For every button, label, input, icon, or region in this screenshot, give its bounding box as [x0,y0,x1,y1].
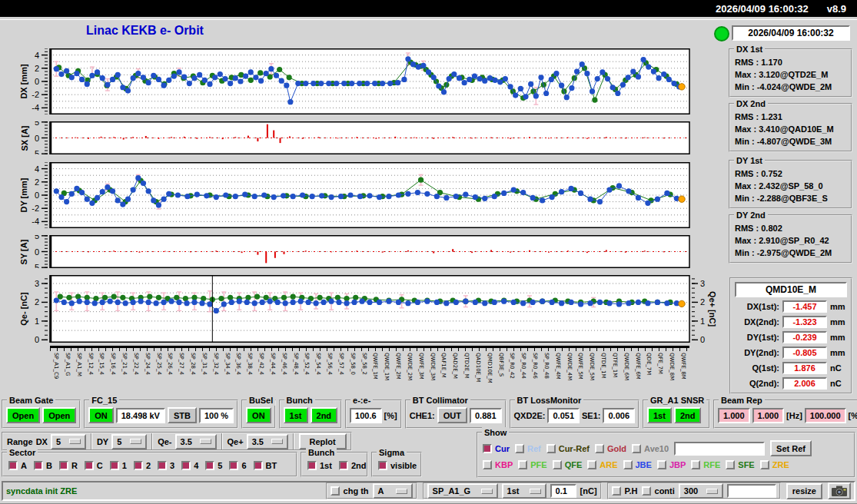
gr-a1-2nd-button[interactable]: 2nd [674,407,702,423]
show-item-jbp-checkbox[interactable] [657,460,666,469]
show-item-ave10-checkbox[interactable] [632,444,641,453]
show-item-are-checkbox[interactable] [587,460,596,469]
show-item-zre-checkbox[interactable] [760,460,769,469]
plot-DX[interactable]: 420-2-4 [31,48,707,114]
sector-item-checkbox[interactable] [158,461,167,470]
plot-SY[interactable]: 50-5 [31,235,707,268]
sector-item-checkbox[interactable] [85,461,94,470]
sector-item-checkbox[interactable] [205,461,214,470]
sector-item-checkbox[interactable] [254,461,263,470]
show-item-pfe-checkbox[interactable] [518,460,527,469]
sector-item-checkbox[interactable] [110,461,119,470]
monitor-row: Q(1st):1.876nC [735,361,847,375]
plot-SX[interactable]: 50-5 [31,121,707,154]
show-item-ref-checkbox[interactable] [515,444,524,453]
resize-button[interactable]: resize [786,483,822,499]
range-dy-select[interactable]: 5 [111,434,147,449]
monitor-device-name: QMD10E_M [735,282,847,297]
status-bunch-select[interactable]: 1st [502,483,546,499]
monitor-row: Q(2nd):2.006nC [735,376,847,390]
show-row-1: CurRefCur-RefGoldAve10Set Ref [478,440,854,456]
show-item-cur-ref-checkbox[interactable] [546,444,556,453]
sector-item-checkbox[interactable] [229,461,238,470]
set-ref-button[interactable]: Set Ref [770,440,812,456]
bpm-label: SP_27_4 [178,353,184,375]
bpm-label: QWDE_5M [589,353,594,380]
ee-ratio-group: e-:e- 100.6 [%] [345,400,402,429]
snapshot-button[interactable] [828,482,851,499]
ph-checkbox[interactable] [612,486,621,496]
svg-text:-2: -2 [32,90,39,99]
sector-item: B [34,461,52,470]
threshold-input[interactable] [550,484,576,498]
qxd2e-readout: 0.051 [547,408,580,423]
range-qe-minus-select[interactable]: 3.5 [175,434,217,449]
show-item-rfe-checkbox[interactable] [691,460,700,469]
show-item-kbp: KBP [483,460,513,469]
show-item-kbp-checkbox[interactable] [483,460,492,469]
plot-Qe[interactable]: 33221100 [31,275,707,343]
bpm-label: SP_31_4 [201,353,207,375]
bpm-label: SP_28_4 [190,353,195,375]
range-qe-plus-select[interactable]: 3.5 [247,434,288,449]
bpm-label: QWFE_8M [680,353,686,380]
stats-group: DY 2ndRMS : 0.802Max : 2.910@SP_R0_42Min… [729,214,852,264]
fc15-stb-button[interactable]: STB [168,407,197,423]
conti-checkbox[interactable] [642,486,651,496]
svg-text:2: 2 [35,177,39,187]
busel-on-button[interactable]: ON [246,407,271,423]
che1-out-button[interactable]: OUT [437,407,467,423]
show-item-ave10-label: Ave10 [644,444,669,453]
sigma-item-checkbox[interactable] [378,461,387,470]
stats-row: Max : 2.432@SP_58_0 [735,180,846,192]
sector-item-checkbox[interactable] [134,461,143,470]
sector-item-checkbox[interactable] [181,461,191,470]
show-item-cur-checkbox[interactable] [483,444,492,453]
stats-group-title: DY 1st [734,155,765,166]
bunch-select-item-label: 1st [320,461,332,470]
sector-items: ABRC123456BT [3,453,296,470]
svg-text:4: 4 [35,51,39,60]
show-group: Show CurRefCur-RefGoldAve10Set Ref KBPPF… [477,432,855,478]
show-item-gold-label: Gold [607,444,626,453]
chg-sector-select[interactable]: A [373,483,413,499]
bpm-label: SP_R0_42 [509,353,514,379]
show-item-gold-checkbox[interactable] [595,444,604,453]
show-item-jbe-checkbox[interactable] [623,460,633,469]
range-dx-select[interactable]: 5 [51,434,86,449]
show-item-gold: Gold [595,444,626,453]
bpm-label: SP_46_4 [281,353,287,375]
stats-row-value: 0.752 [761,169,782,178]
points-select[interactable]: 300 [679,483,723,499]
bunch-select-item: 2nd [339,461,367,470]
threshold-unit: [nC] [580,486,597,496]
fc15-on-button[interactable]: ON [88,407,114,423]
sector-item-checkbox[interactable] [59,461,68,470]
gr-a1-1st-button[interactable]: 1st [647,407,672,423]
beam-gate-open1-button[interactable]: Open [6,407,40,423]
bunch-2nd-button[interactable]: 2nd [311,407,338,423]
svg-text:5: 5 [35,121,39,127]
sector-item-checkbox[interactable] [8,461,18,470]
plot-DY[interactable]: 420-2-4 [31,162,707,228]
stats-group: DY 1stRMS : 0.752Max : 2.432@SP_58_0Min … [729,160,852,209]
extra-input[interactable] [727,484,776,498]
show-item-sfe-checkbox[interactable] [726,460,735,469]
stats-group: DX 2ndRMS : 1.231Max : 3.410@QAD10E_MMin… [729,103,852,152]
beam-gate-open2-button[interactable]: Open [42,407,76,423]
show-item-qfe-checkbox[interactable] [553,460,562,469]
sector-item-checkbox[interactable] [34,461,43,470]
ref-name-input[interactable] [674,442,765,456]
svg-text:5: 5 [35,235,39,240]
chg-th-checkbox[interactable] [331,486,340,496]
bunch-select-item-checkbox[interactable] [339,461,348,470]
beam-rep-group: Beam Rep 1.000 1.000 [Hz] 100.000 [%] [713,400,857,429]
dx-axis-label: DX [mm] [18,48,29,114]
bunch-select-item-checkbox[interactable] [307,461,317,470]
stats-row-value: 3.410@QAD10E_M [759,124,834,134]
bpm-label: QWDE_8M [669,353,674,380]
stats-row-value: -4.807@QWDE_3M [757,137,832,146]
device-value: SP_A1_G [433,486,471,496]
bpm-label: QWDE_2M [407,353,412,380]
bunch-1st-button[interactable]: 1st [284,407,308,423]
